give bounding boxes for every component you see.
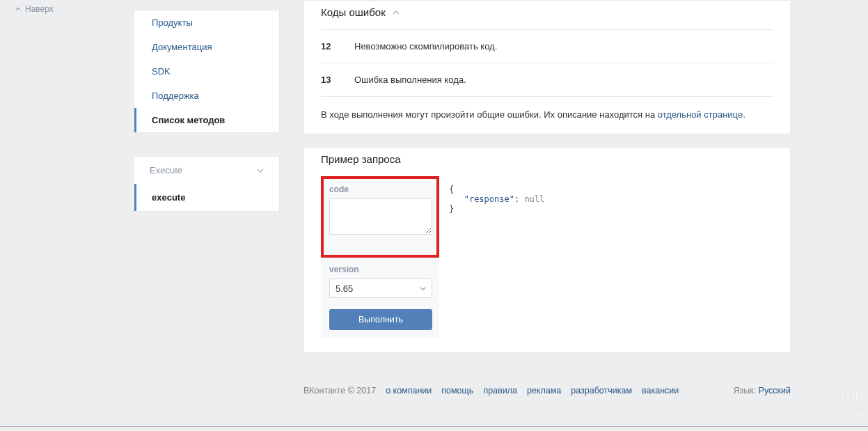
- error-code: 13: [321, 63, 354, 97]
- sidebar-item-docs[interactable]: Документация: [134, 35, 279, 59]
- error-text: Невозможно скомпилировать код.: [354, 30, 773, 63]
- error-codes-title[interactable]: Коды ошибок: [321, 1, 773, 29]
- footer-link-jobs[interactable]: вакансии: [642, 386, 679, 395]
- sidebar-item-products[interactable]: Продукты: [134, 10, 279, 35]
- sidebar-item-sdk[interactable]: SDK: [134, 59, 279, 84]
- methods-nav: Execute execute: [134, 156, 280, 212]
- chevron-down-icon: [420, 285, 426, 292]
- error-text: Ошибка выполнения кода.: [354, 63, 773, 97]
- errors-note-link[interactable]: отдельной странице: [658, 109, 743, 120]
- footer-lang-link[interactable]: Русский: [759, 386, 791, 395]
- highlight-box: code: [321, 176, 439, 258]
- scroll-top-link[interactable]: Наверх: [15, 4, 54, 14]
- error-code: 12: [321, 30, 354, 63]
- code-input[interactable]: [329, 198, 432, 235]
- chevron-up-icon: [393, 9, 400, 16]
- main-column: Коды ошибок 12 Невозможно скомпилировать…: [303, 0, 791, 353]
- footer-link-ads[interactable]: реклама: [527, 386, 561, 395]
- error-codes-card: Коды ошибок 12 Невозможно скомпилировать…: [303, 0, 791, 134]
- run-button[interactable]: Выполнить: [329, 309, 432, 330]
- footer-link-rules[interactable]: правила: [483, 386, 517, 395]
- method-item-execute[interactable]: execute: [134, 184, 279, 211]
- param-code-label: code: [329, 185, 431, 194]
- sidebar-item-support[interactable]: Поддержка: [134, 84, 279, 108]
- example-card: Пример запроса code version 5.65: [303, 147, 791, 353]
- methods-group-header[interactable]: Execute: [134, 157, 279, 184]
- example-title: Пример запроса: [321, 148, 773, 176]
- footer: ВКонтакте © 2017 о компании помощь прави…: [303, 386, 791, 395]
- version-value: 5.65: [336, 283, 353, 294]
- footer-link-help[interactable]: помощь: [441, 386, 473, 395]
- table-row: 12 Невозможно скомпилировать код.: [321, 30, 773, 63]
- param-version-label: version: [329, 265, 431, 274]
- table-row: 13 Ошибка выполнения кода.: [321, 63, 773, 97]
- params-panel: code version 5.65 Выполнить: [321, 176, 439, 338]
- scroll-top-label: Наверх: [25, 4, 54, 14]
- footer-link-about[interactable]: о компании: [386, 386, 432, 395]
- watermark: club Sovet: [832, 386, 867, 417]
- methods-group-label: Execute: [150, 165, 182, 175]
- footer-links: о компании помощь правила реклама разраб…: [386, 386, 679, 395]
- sidebar-item-methods[interactable]: Список методов: [134, 108, 279, 132]
- error-codes-table: 12 Невозможно скомпилировать код. 13 Оши…: [321, 29, 773, 96]
- footer-lang: Язык: Русский: [733, 386, 791, 395]
- footer-link-devs[interactable]: разработчикам: [571, 386, 632, 395]
- main-nav: Продукты Документация SDK Поддержка Спис…: [134, 10, 280, 133]
- page-separator: [0, 426, 868, 427]
- chevron-down-icon: [257, 167, 264, 174]
- response-output: { "response": null }: [439, 176, 554, 338]
- footer-copyright: ВКонтакте © 2017: [303, 386, 376, 395]
- errors-note: В ходе выполнения могут произойти общие …: [321, 96, 773, 120]
- chevron-up-icon: [15, 6, 21, 12]
- version-select[interactable]: 5.65: [329, 279, 432, 298]
